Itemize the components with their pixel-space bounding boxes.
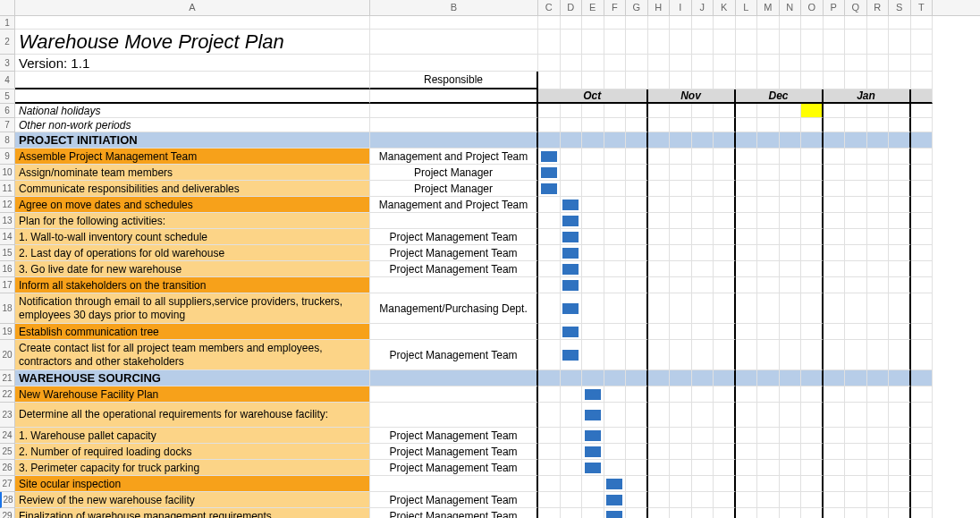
week-cell[interactable]: [604, 55, 627, 72]
week-cell[interactable]: [824, 340, 846, 370]
week-cell[interactable]: [582, 324, 604, 340]
week-cell[interactable]: [538, 460, 561, 476]
cell[interactable]: [370, 118, 538, 132]
week-cell[interactable]: [757, 370, 780, 386]
week-cell[interactable]: [801, 213, 824, 229]
week-cell[interactable]: [626, 476, 648, 492]
week-cell[interactable]: [692, 460, 714, 476]
week-cell[interactable]: [692, 340, 714, 370]
week-cell[interactable]: [736, 293, 758, 324]
task-cell[interactable]: 2. Last day of operations for old wareho…: [15, 245, 370, 261]
week-cell[interactable]: [736, 403, 758, 428]
week-cell[interactable]: [889, 229, 911, 245]
row-header[interactable]: 23: [0, 403, 15, 428]
week-cell[interactable]: [845, 197, 867, 213]
week-cell[interactable]: [845, 370, 867, 386]
week-cell[interactable]: [626, 261, 648, 277]
week-cell[interactable]: [845, 277, 867, 293]
week-cell[interactable]: [736, 492, 758, 508]
week-cell[interactable]: [780, 16, 802, 30]
row-header[interactable]: 13: [0, 213, 15, 229]
week-cell[interactable]: [824, 492, 846, 508]
week-cell[interactable]: [736, 55, 758, 72]
week-cell[interactable]: [692, 118, 714, 132]
week-cell[interactable]: [626, 444, 648, 460]
week-cell[interactable]: [889, 55, 911, 72]
week-cell[interactable]: [801, 16, 824, 30]
responsible-cell[interactable]: [370, 476, 538, 492]
week-cell[interactable]: [626, 460, 648, 476]
col-header-K[interactable]: K: [714, 0, 736, 15]
week-cell[interactable]: [845, 165, 867, 181]
week-cell[interactable]: [824, 476, 846, 492]
week-cell[interactable]: [911, 370, 934, 386]
week-cell[interactable]: [824, 132, 846, 149]
week-cell[interactable]: [582, 181, 604, 197]
week-cell[interactable]: [911, 245, 934, 261]
week-cell[interactable]: [889, 213, 911, 229]
week-cell[interactable]: [670, 197, 692, 213]
week-cell[interactable]: [867, 165, 890, 181]
week-cell[interactable]: [867, 324, 890, 340]
week-cell[interactable]: [845, 428, 867, 444]
week-cell[interactable]: [911, 492, 934, 508]
week-cell[interactable]: [824, 55, 846, 72]
week-cell[interactable]: [780, 492, 802, 508]
week-cell[interactable]: [736, 30, 758, 55]
week-cell[interactable]: [736, 324, 758, 340]
cell[interactable]: [370, 324, 538, 340]
week-cell[interactable]: [736, 118, 758, 132]
week-cell[interactable]: [692, 370, 714, 386]
row-header[interactable]: 3: [0, 55, 15, 72]
week-cell[interactable]: [736, 104, 758, 118]
week-cell[interactable]: [648, 104, 671, 118]
task-cell[interactable]: Determine all the operational requiremen…: [15, 403, 370, 428]
week-cell[interactable]: [911, 16, 934, 30]
week-cell[interactable]: [670, 444, 692, 460]
week-cell[interactable]: [736, 444, 758, 460]
week-cell[interactable]: [692, 165, 714, 181]
week-cell[interactable]: [867, 277, 890, 293]
col-header-P[interactable]: P: [824, 0, 846, 15]
week-cell[interactable]: [670, 261, 692, 277]
week-cell[interactable]: [824, 149, 846, 165]
row-header[interactable]: 16: [0, 261, 15, 277]
week-cell[interactable]: [889, 149, 911, 165]
week-cell[interactable]: [801, 386, 824, 403]
week-cell[interactable]: [801, 403, 824, 428]
week-cell[interactable]: [538, 386, 561, 403]
col-header-A[interactable]: A: [15, 0, 370, 15]
week-cell[interactable]: [757, 213, 780, 229]
task-cell[interactable]: Communicate responsibilities and deliver…: [15, 181, 370, 197]
week-cell[interactable]: [582, 293, 604, 324]
week-cell[interactable]: [911, 324, 934, 340]
week-cell[interactable]: [801, 340, 824, 370]
week-cell[interactable]: [757, 476, 780, 492]
row-header[interactable]: 7: [0, 118, 15, 132]
col-header-E[interactable]: E: [582, 0, 604, 15]
week-cell[interactable]: [561, 245, 583, 261]
week-cell[interactable]: [582, 118, 604, 132]
week-cell[interactable]: [867, 197, 890, 213]
week-cell[interactable]: [626, 428, 648, 444]
week-cell[interactable]: [714, 245, 736, 261]
week-cell[interactable]: [604, 72, 627, 89]
week-cell[interactable]: [561, 460, 583, 476]
week-cell[interactable]: [561, 118, 583, 132]
week-cell[interactable]: [604, 245, 627, 261]
week-cell[interactable]: [582, 261, 604, 277]
week-cell[interactable]: [582, 55, 604, 72]
week-cell[interactable]: [801, 165, 824, 181]
week-cell[interactable]: [561, 508, 583, 518]
week-cell[interactable]: [757, 104, 780, 118]
week-cell[interactable]: [780, 324, 802, 340]
week-cell[interactable]: [757, 118, 780, 132]
row-header[interactable]: 28: [0, 492, 15, 508]
week-cell[interactable]: [604, 476, 627, 492]
week-cell[interactable]: [538, 324, 561, 340]
week-cell[interactable]: [604, 403, 627, 428]
week-cell[interactable]: [889, 16, 911, 30]
week-cell[interactable]: [561, 261, 583, 277]
week-cell[interactable]: [692, 293, 714, 324]
week-cell[interactable]: [867, 229, 890, 245]
